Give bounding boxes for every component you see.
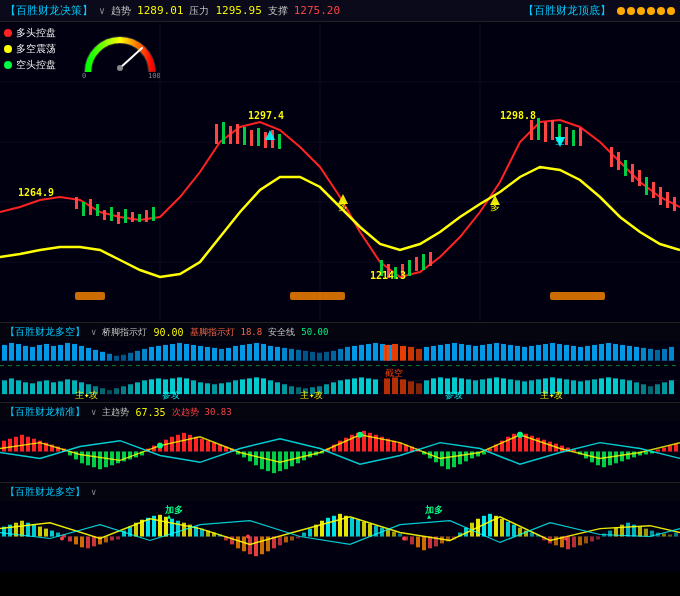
svg-rect-108 bbox=[261, 344, 266, 361]
svg-rect-207 bbox=[275, 382, 280, 394]
svg-rect-273 bbox=[14, 437, 18, 452]
svg-rect-121 bbox=[352, 346, 357, 361]
svg-rect-48 bbox=[572, 130, 575, 146]
svg-rect-300 bbox=[176, 435, 180, 452]
svg-rect-435 bbox=[278, 537, 282, 546]
svg-rect-226 bbox=[416, 383, 422, 394]
svg-rect-13 bbox=[82, 202, 85, 216]
support-label: 支撑 bbox=[268, 4, 288, 18]
svg-rect-74 bbox=[23, 346, 28, 361]
svg-rect-348 bbox=[464, 452, 468, 462]
svg-rect-216 bbox=[338, 380, 343, 394]
svg-rect-158 bbox=[606, 343, 611, 361]
svg-rect-241 bbox=[522, 381, 527, 394]
svg-rect-105 bbox=[240, 345, 245, 361]
svg-rect-44 bbox=[544, 122, 547, 142]
svg-rect-206 bbox=[268, 380, 273, 394]
pressure-label: 压力 bbox=[189, 4, 209, 18]
svg-rect-154 bbox=[578, 347, 583, 361]
panel2-dropdown[interactable]: ∨ bbox=[91, 327, 96, 337]
svg-rect-227 bbox=[424, 380, 429, 394]
svg-rect-259 bbox=[648, 386, 653, 394]
panel4-dropdown[interactable]: ∨ bbox=[91, 487, 96, 497]
svg-text:截空: 截空 bbox=[385, 368, 403, 378]
svg-rect-472 bbox=[500, 519, 504, 537]
panel3-dropdown[interactable]: ∨ bbox=[91, 407, 96, 417]
svg-rect-190 bbox=[156, 378, 161, 394]
svg-rect-40 bbox=[422, 254, 425, 270]
svg-rect-401 bbox=[74, 537, 78, 545]
svg-text:100: 100 bbox=[148, 72, 160, 79]
svg-rect-238 bbox=[501, 378, 506, 394]
svg-rect-381 bbox=[662, 448, 666, 452]
svg-rect-79 bbox=[58, 345, 63, 361]
svg-rect-134 bbox=[438, 345, 443, 361]
svg-rect-395 bbox=[38, 527, 42, 537]
svg-rect-485 bbox=[578, 537, 582, 546]
svg-rect-21 bbox=[138, 214, 141, 222]
panel4-header: 【百胜财龙多空】 ∨ bbox=[0, 483, 680, 501]
svg-rect-443 bbox=[326, 518, 330, 537]
dot-1 bbox=[617, 7, 625, 15]
svg-rect-439 bbox=[302, 533, 306, 537]
panel3-val1: 67.35 bbox=[135, 407, 165, 418]
svg-point-509 bbox=[564, 537, 568, 541]
svg-rect-143 bbox=[501, 344, 506, 361]
support-value: 1275.20 bbox=[294, 4, 340, 17]
svg-rect-17 bbox=[110, 207, 113, 221]
svg-rect-109 bbox=[268, 346, 273, 361]
svg-rect-284 bbox=[80, 452, 84, 464]
svg-rect-222 bbox=[384, 378, 390, 394]
svg-rect-139 bbox=[473, 346, 478, 361]
svg-rect-57 bbox=[659, 187, 662, 205]
svg-rect-91 bbox=[142, 349, 147, 361]
svg-rect-113 bbox=[296, 350, 301, 361]
svg-rect-312 bbox=[248, 452, 252, 462]
svg-rect-380 bbox=[656, 450, 660, 452]
svg-rect-120 bbox=[345, 347, 350, 361]
svg-rect-49 bbox=[579, 128, 582, 146]
panel4-bottom: 【百胜财龙多空】 ∨ bbox=[0, 482, 680, 572]
svg-rect-45 bbox=[551, 120, 554, 140]
svg-rect-229 bbox=[438, 377, 443, 394]
svg-rect-218 bbox=[352, 378, 357, 394]
svg-rect-290 bbox=[116, 452, 120, 464]
svg-rect-487 bbox=[590, 537, 594, 542]
svg-rect-217 bbox=[345, 379, 350, 394]
header-dropdown[interactable]: ∨ bbox=[99, 5, 105, 16]
svg-rect-208 bbox=[282, 384, 287, 394]
svg-rect-495 bbox=[638, 527, 642, 537]
svg-rect-172 bbox=[30, 383, 35, 394]
svg-rect-98 bbox=[191, 345, 196, 361]
svg-rect-240 bbox=[515, 380, 520, 394]
main-container: 【百胜财龙决策】 ∨ 趋势 1289.01 压力 1295.95 支撑 1275… bbox=[0, 0, 680, 596]
svg-rect-437 bbox=[290, 537, 294, 541]
legend-dot-mid bbox=[4, 45, 12, 53]
svg-rect-450 bbox=[368, 524, 372, 537]
svg-rect-131 bbox=[416, 349, 422, 361]
svg-rect-313 bbox=[254, 452, 258, 466]
svg-rect-306 bbox=[212, 443, 216, 452]
svg-rect-249 bbox=[578, 381, 583, 394]
svg-rect-432 bbox=[260, 537, 264, 555]
svg-rect-14 bbox=[89, 199, 92, 215]
svg-rect-316 bbox=[272, 452, 276, 474]
svg-rect-418 bbox=[176, 521, 180, 537]
svg-rect-72 bbox=[9, 343, 14, 361]
panel2-title: 【百胜财龙多空】 bbox=[5, 325, 85, 339]
legend-label-bear: 空头控盘 bbox=[16, 58, 56, 72]
svg-point-508 bbox=[402, 537, 406, 541]
svg-rect-252 bbox=[599, 378, 604, 394]
legend-dot-bear bbox=[4, 61, 12, 69]
panel2-label1: 桥脚指示灯 bbox=[102, 326, 147, 339]
svg-rect-272 bbox=[8, 439, 12, 452]
svg-line-0 bbox=[120, 48, 142, 68]
svg-rect-19 bbox=[124, 209, 127, 223]
svg-rect-138 bbox=[466, 345, 471, 361]
svg-rect-214 bbox=[324, 384, 329, 394]
svg-text:参攻: 参攻 bbox=[162, 390, 180, 400]
gauge-container: 0 100 bbox=[80, 24, 160, 79]
svg-rect-136 bbox=[452, 343, 457, 361]
svg-rect-170 bbox=[16, 380, 21, 394]
svg-rect-185 bbox=[121, 386, 126, 394]
